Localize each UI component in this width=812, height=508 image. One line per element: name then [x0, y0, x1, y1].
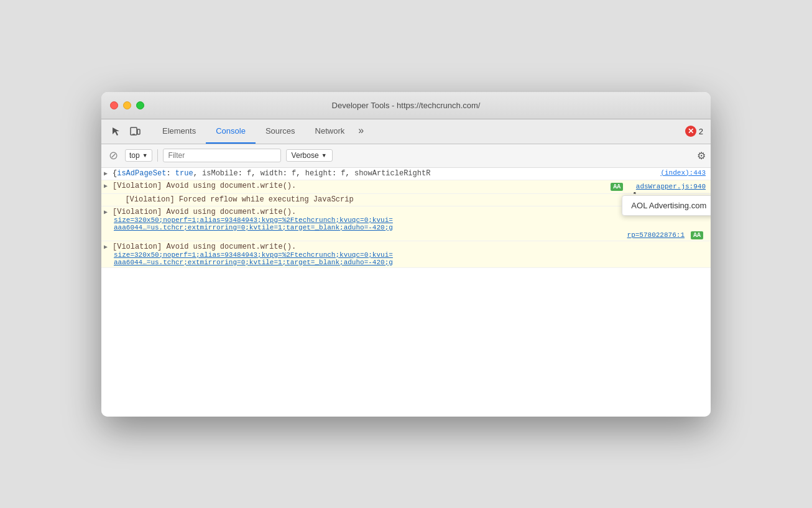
console-toolbar: ⊘ top ▼ Verbose ▼ ⚙: [101, 144, 711, 168]
chevron-down-icon: ▼: [142, 152, 148, 159]
close-button[interactable]: [110, 101, 118, 109]
source-link[interactable]: rp=578022876:1: [627, 231, 685, 239]
source-link[interactable]: aaa6044…=us.tchcr;extmirroring=0;kvtile=…: [114, 224, 706, 231]
aa-badge: AA: [691, 231, 703, 239]
svg-rect-0: [131, 127, 137, 135]
device-icon[interactable]: [127, 124, 142, 139]
source-link[interactable]: (index):443: [660, 169, 706, 177]
tabs: Elements Console Sources Network »: [152, 119, 680, 144]
toolbar-icons: [109, 124, 142, 139]
console-content: ▶ {isAdPageSet: true, isMobile: f, width…: [101, 168, 711, 417]
traffic-lights: [110, 101, 144, 109]
svg-rect-1: [137, 129, 140, 134]
window-title: Developer Tools - https://techcrunch.com…: [332, 101, 481, 110]
error-badge: ✕ 2: [685, 126, 703, 137]
console-violation-row: ▶ [Violation] Avoid using document.write…: [101, 241, 711, 268]
console-violation-row: ▶ [Violation] Avoid using document.write…: [101, 206, 711, 241]
toolbar-right: ✕ 2: [685, 126, 703, 137]
console-violation-row: [Violation] Forced reflow while executin…: [101, 194, 711, 206]
error-count: 2: [699, 127, 703, 136]
tab-sources[interactable]: Sources: [256, 119, 305, 144]
toolbar-divider: [157, 149, 158, 162]
maximize-button[interactable]: [136, 101, 144, 109]
titlebar: Developer Tools - https://techcrunch.com…: [101, 92, 711, 119]
more-tabs-button[interactable]: »: [354, 119, 367, 144]
log-message: [Violation] Avoid using document.write()…: [113, 208, 706, 216]
source-link[interactable]: aaa6044…=us.tchcr;extmirroring=0;kvtile=…: [114, 259, 706, 266]
tab-console[interactable]: Console: [206, 119, 256, 144]
minimize-button[interactable]: [123, 101, 131, 109]
chevron-down-icon: ▼: [321, 152, 327, 159]
tooltip: AOL Advertising.com: [622, 195, 711, 216]
expand-arrow-icon[interactable]: ▶: [104, 169, 110, 177]
devtools-window: Developer Tools - https://techcrunch.com…: [101, 92, 711, 417]
expand-arrow-icon[interactable]: ▶: [104, 208, 110, 216]
source-link[interactable]: size=320x50;noperf=1;alias=93484943;kvpg…: [114, 251, 706, 259]
log-message: [Violation] Avoid using document.write()…: [113, 242, 706, 251]
console-log-row: ▶ {isAdPageSet: true, isMobile: f, width…: [101, 168, 711, 180]
tab-elements[interactable]: Elements: [152, 119, 206, 144]
aa-badge: AA: [611, 183, 623, 191]
log-message: [Violation] Avoid using document.write()…: [113, 182, 608, 190]
tooltip-container: ↖ AOL Advertising.com: [628, 182, 633, 192]
filter-input[interactable]: [163, 149, 281, 162]
console-violation-row: ▶ [Violation] Avoid using document.write…: [101, 180, 711, 194]
log-message: {isAdPageSet: true, isMobile: f, width: …: [113, 169, 706, 178]
source-link[interactable]: size=320x50;noperf=1;alias=93484943;kvpg…: [114, 216, 706, 224]
log-level-select[interactable]: Verbose ▼: [286, 149, 333, 162]
settings-button[interactable]: ⚙: [697, 150, 706, 162]
log-message: [Violation] Forced reflow while executin…: [116, 195, 706, 204]
clear-console-button[interactable]: ⊘: [106, 149, 120, 162]
inspect-icon[interactable]: [109, 124, 124, 139]
tab-bar: Elements Console Sources Network » ✕ 2: [101, 119, 711, 144]
expand-arrow-icon[interactable]: ▶: [104, 182, 110, 190]
error-icon: ✕: [685, 126, 696, 137]
context-select[interactable]: top ▼: [125, 149, 152, 162]
expand-arrow-icon[interactable]: ▶: [104, 242, 110, 251]
tab-network[interactable]: Network: [305, 119, 355, 144]
source-link[interactable]: adsWrapper.js:940: [636, 183, 706, 190]
